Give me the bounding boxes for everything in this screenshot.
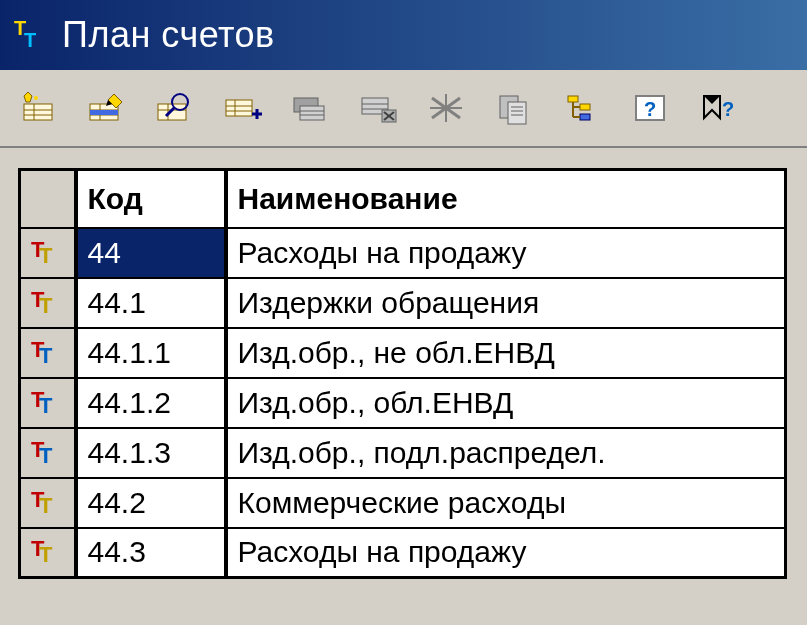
row-icon-cell: ТТ <box>20 428 76 478</box>
cell-name[interactable]: Изд.обр., подл.распредел. <box>226 428 786 478</box>
table-row[interactable]: ТТ44.1.2Изд.обр., обл.ЕНВД <box>20 378 786 428</box>
content-area: Код Наименование ТТ44Расходы на продажуТ… <box>0 148 807 579</box>
svg-text:Т: Т <box>24 29 36 51</box>
edit-button[interactable] <box>86 88 126 128</box>
accounts-table[interactable]: Код Наименование ТТ44Расходы на продажуТ… <box>18 168 787 579</box>
cell-code[interactable]: 44.1.3 <box>76 428 226 478</box>
new-line-button[interactable] <box>18 88 58 128</box>
svg-point-6 <box>34 96 38 100</box>
mark-delete-button[interactable] <box>426 88 466 128</box>
header-icon-col <box>20 170 76 228</box>
toolbar: ? ? <box>0 70 807 148</box>
titlebar: Т Т План счетов <box>0 0 807 70</box>
account-blue-icon: ТТ <box>31 441 59 463</box>
account-yellow-icon: ТТ <box>31 491 59 513</box>
tips-button[interactable]: ? <box>698 88 738 128</box>
table-header-row: Код Наименование <box>20 170 786 228</box>
cell-code[interactable]: 44.1.1 <box>76 328 226 378</box>
copy-clipboard-button[interactable] <box>494 88 534 128</box>
account-blue-icon: ТТ <box>31 341 59 363</box>
cell-code[interactable]: 44.1 <box>76 278 226 328</box>
account-yellow-icon: ТТ <box>31 291 59 313</box>
cell-name[interactable]: Изд.обр., обл.ЕНВД <box>226 378 786 428</box>
cell-code[interactable]: 44.1.2 <box>76 378 226 428</box>
hierarchy-button[interactable] <box>562 88 602 128</box>
table-row[interactable]: ТТ44.1.3Изд.обр., подл.распредел. <box>20 428 786 478</box>
row-icon-cell: ТТ <box>20 278 76 328</box>
help-button[interactable]: ? <box>630 88 670 128</box>
svg-text:?: ? <box>644 98 656 120</box>
app-icon: Т Т <box>12 17 48 53</box>
view-button[interactable] <box>154 88 194 128</box>
table-row[interactable]: ТТ44.3Расходы на продажу <box>20 528 786 578</box>
cell-name[interactable]: Расходы на продажу <box>226 528 786 578</box>
row-icon-cell: ТТ <box>20 528 76 578</box>
add-button[interactable] <box>222 88 262 128</box>
cell-name[interactable]: Расходы на продажу <box>226 228 786 278</box>
account-blue-icon: ТТ <box>31 391 59 413</box>
svg-rect-38 <box>508 102 526 124</box>
cell-code[interactable]: 44.3 <box>76 528 226 578</box>
svg-rect-44 <box>580 114 590 120</box>
svg-text:?: ? <box>722 98 734 120</box>
table-row[interactable]: ТТ44.1Издержки обращения <box>20 278 786 328</box>
svg-rect-2 <box>24 104 52 120</box>
svg-rect-11 <box>90 110 118 115</box>
row-icon-cell: ТТ <box>20 378 76 428</box>
table-row[interactable]: ТТ44.2Коммерческие расходы <box>20 478 786 528</box>
svg-rect-42 <box>568 96 578 102</box>
header-code[interactable]: Код <box>76 170 226 228</box>
row-icon-cell: ТТ <box>20 478 76 528</box>
svg-rect-24 <box>300 106 324 120</box>
delete-button[interactable] <box>358 88 398 128</box>
account-yellow-icon: ТТ <box>31 540 59 562</box>
cell-name[interactable]: Коммерческие расходы <box>226 478 786 528</box>
window-title: План счетов <box>62 14 275 56</box>
svg-rect-43 <box>580 104 590 110</box>
svg-rect-17 <box>226 100 252 116</box>
row-icon-cell: ТТ <box>20 328 76 378</box>
account-yellow-icon: ТТ <box>31 241 59 263</box>
cell-code[interactable]: 44.2 <box>76 478 226 528</box>
cell-code[interactable]: 44 <box>76 228 226 278</box>
cell-name[interactable]: Издержки обращения <box>226 278 786 328</box>
copy-button[interactable] <box>290 88 330 128</box>
table-row[interactable]: ТТ44.1.1Изд.обр., не обл.ЕНВД <box>20 328 786 378</box>
cell-name[interactable]: Изд.обр., не обл.ЕНВД <box>226 328 786 378</box>
header-name[interactable]: Наименование <box>226 170 786 228</box>
table-row[interactable]: ТТ44Расходы на продажу <box>20 228 786 278</box>
row-icon-cell: ТТ <box>20 228 76 278</box>
